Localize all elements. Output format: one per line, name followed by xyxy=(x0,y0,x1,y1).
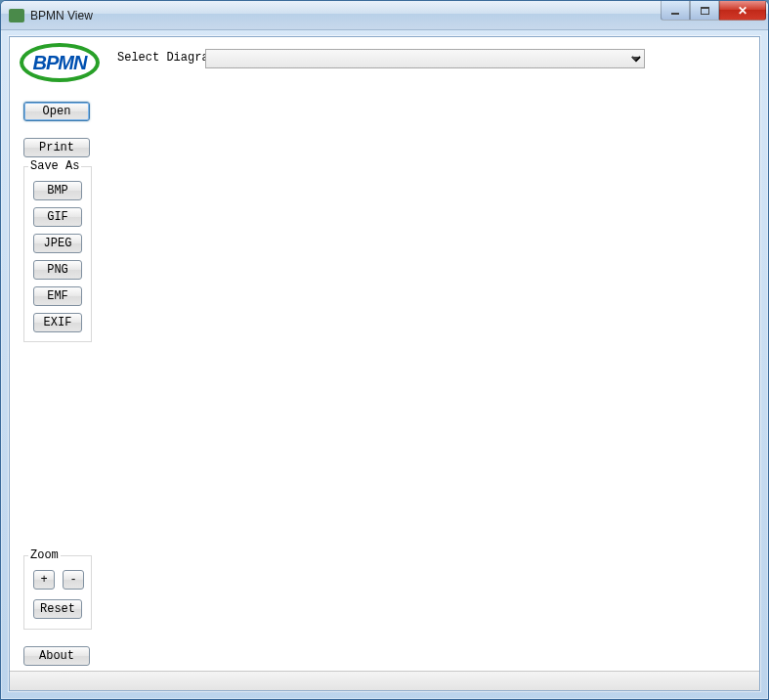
close-icon: ✕ xyxy=(738,4,748,18)
about-button[interactable]: About xyxy=(23,646,90,666)
save-as-group: Save As BMP GIF JPEG PNG EMF EXIF xyxy=(23,166,92,342)
content: BPMN Select Diagram Open Print Save As B… xyxy=(10,37,759,690)
print-button[interactable]: Print xyxy=(23,138,90,157)
save-jpeg-button[interactable]: JPEG xyxy=(33,234,82,253)
save-exif-button[interactable]: EXIF xyxy=(33,313,82,332)
close-button[interactable]: ✕ xyxy=(719,1,766,21)
minimize-button[interactable] xyxy=(661,1,690,21)
zoom-out-button[interactable]: - xyxy=(63,570,84,590)
maximize-button[interactable] xyxy=(690,1,719,21)
zoom-reset-button[interactable]: Reset xyxy=(33,599,82,619)
titlebar: BPMN View ✕ xyxy=(1,1,768,30)
save-emf-button[interactable]: EMF xyxy=(33,286,82,306)
zoom-group: Zoom + - Reset xyxy=(23,555,92,630)
select-diagram-wrapper xyxy=(205,49,645,68)
window-controls: ✕ xyxy=(661,1,766,21)
zoom-in-button[interactable]: + xyxy=(33,570,55,590)
statusbar xyxy=(10,671,759,690)
save-bmp-button[interactable]: BMP xyxy=(33,181,82,200)
bpmn-logo: BPMN xyxy=(20,43,100,82)
app-window: BPMN View ✕ BPMN Select Diagram Open Pri… xyxy=(0,0,769,700)
maximize-icon xyxy=(701,7,709,15)
select-diagram-dropdown[interactable] xyxy=(205,49,645,68)
app-icon xyxy=(9,9,24,22)
save-gif-button[interactable]: GIF xyxy=(33,207,82,227)
window-title: BPMN View xyxy=(30,9,764,22)
minimize-icon xyxy=(671,13,679,15)
logo-text: BPMN xyxy=(33,52,87,74)
zoom-title: Zoom xyxy=(28,548,61,562)
save-as-title: Save As xyxy=(28,159,81,173)
open-button[interactable]: Open xyxy=(23,102,90,121)
client-area: BPMN Select Diagram Open Print Save As B… xyxy=(9,36,760,691)
save-png-button[interactable]: PNG xyxy=(33,260,82,280)
select-diagram-label: Select Diagram xyxy=(117,51,216,65)
